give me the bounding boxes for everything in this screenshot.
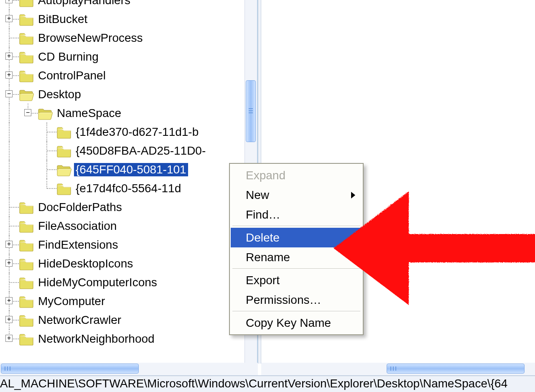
tree-item[interactable]: {645FF040-5081-101 [0,160,242,179]
horizontal-scrollbar-right[interactable] [261,363,535,375]
tree-item[interactable]: {e17d4fc0-5564-11d [0,179,242,198]
horizontal-scroll-thumb[interactable] [387,364,525,374]
expand-toggle[interactable]: + [5,297,13,304]
folder-closed-icon [56,145,71,157]
tree-item-label[interactable]: NetworkCrawler [36,313,123,327]
collapse-toggle[interactable]: − [5,90,13,97]
folder-closed-icon [19,277,34,288]
folder-closed-icon [19,51,34,63]
context-menu-item[interactable]: Find… [231,205,362,224]
context-menu-item[interactable]: Copy Key Name [231,313,362,333]
context-menu-item-label: Expand [246,169,285,182]
folder-closed-icon [19,314,34,326]
tree-item[interactable]: {1f4de370-d627-11d1-b [0,122,242,141]
collapse-toggle[interactable]: − [24,109,31,116]
tree-item-label[interactable]: {e17d4fc0-5564-11d [74,182,183,195]
tree-item-label[interactable]: CD Burning [36,50,100,64]
folder-open-icon [19,89,34,100]
folder-open-icon [38,107,53,119]
tree-item[interactable]: DocFolderPaths [0,198,242,216]
horizontal-scrollbar-left[interactable] [0,363,258,375]
folder-closed-icon [19,70,34,81]
vertical-scroll-thumb[interactable] [246,80,256,142]
tree-item-label[interactable]: ControlPanel [36,69,107,82]
folder-closed-icon [19,239,34,251]
tree-item-label[interactable]: FindExtensions [36,238,120,252]
folder-closed-icon [19,0,34,6]
context-menu-item-label: Copy Key Name [246,316,331,330]
tree-item[interactable]: +NetworkCrawler [0,311,242,329]
tree-item-label[interactable]: HideDesktopIcons [36,257,135,270]
tree-panel: +AutoplayHandlers+BitBucketBrowseNewProc… [0,0,258,364]
context-menu-item-label: Find… [246,208,280,221]
context-menu-item[interactable]: Rename [231,247,362,267]
tree-item[interactable]: +CD Burning [0,47,242,66]
folder-closed-icon [19,295,34,307]
tree-item-label[interactable]: {450D8FBA-AD25-11D0- [74,144,207,158]
status-bar: AL_MACHINE\SOFTWARE\Microsoft\Windows\Cu… [0,375,535,392]
context-menu-item-label: New [246,188,269,202]
folder-closed-icon [19,13,34,25]
expand-toggle[interactable]: + [5,53,13,60]
tree-item-label[interactable]: AutoplayHandlers [36,0,132,7]
tree-item-label[interactable]: {645FF040-5081-101 [74,163,188,176]
folder-closed-icon [19,258,34,270]
tree-item[interactable]: +HideDesktopIcons [0,254,242,273]
expand-toggle[interactable]: + [5,15,13,22]
tree-item-label[interactable]: NameSpace [55,107,123,120]
expand-toggle[interactable]: + [5,260,13,267]
tree-item[interactable]: −NameSpace [0,104,242,122]
folder-closed-icon [19,201,34,213]
folder-closed-icon [19,220,34,232]
registry-tree[interactable]: +AutoplayHandlers+BitBucketBrowseNewProc… [0,0,242,348]
folder-closed-icon [19,333,34,345]
submenu-arrow-icon [351,192,355,199]
context-menu-item[interactable]: Delete [231,228,362,247]
tree-item[interactable]: {450D8FBA-AD25-11D0- [0,141,242,160]
expand-toggle[interactable]: + [5,316,13,323]
tree-item[interactable]: +ControlPanel [0,66,242,85]
context-menu-item: Expand [231,165,362,185]
context-menu-item-label: Delete [246,231,280,244]
context-menu[interactable]: ExpandNewFind…DeleteRenameExportPermissi… [229,163,364,335]
tree-item[interactable]: BrowseNewProcess [0,28,242,47]
folder-closed-icon [56,126,71,138]
expand-toggle[interactable]: + [5,241,13,248]
context-menu-separator [232,226,360,227]
expand-toggle[interactable]: + [5,71,13,79]
tree-item-label[interactable]: DocFolderPaths [36,201,124,214]
tree-item-label[interactable]: MyComputer [36,295,107,308]
tree-item-label[interactable]: FileAssociation [36,219,118,233]
context-menu-separator [232,268,360,269]
context-menu-item[interactable]: Export [231,270,362,290]
tree-item-label[interactable]: BitBucket [36,13,89,26]
context-menu-item-label: Permissions… [246,293,321,307]
horizontal-scroll-thumb[interactable] [1,364,139,374]
tree-item[interactable]: HideMyComputerIcons [0,273,242,292]
tree-item[interactable]: +NetworkNeighborhood [0,329,242,348]
context-menu-item-label: Export [246,274,280,287]
expand-toggle[interactable]: + [5,0,13,3]
tree-item-label[interactable]: BrowseNewProcess [36,31,145,45]
context-menu-item-label: Rename [246,251,290,264]
context-menu-item[interactable]: Permissions… [231,290,362,310]
tree-item[interactable]: +BitBucket [0,10,242,28]
tree-item-label[interactable]: Desktop [36,88,83,101]
folder-open-icon [56,164,71,176]
tree-item[interactable]: FileAssociation [0,216,242,235]
status-path: AL_MACHINE\SOFTWARE\Microsoft\Windows\Cu… [0,377,507,390]
tree-item-label[interactable]: HideMyComputerIcons [36,276,159,289]
folder-closed-icon [19,32,34,44]
tree-item[interactable]: +MyComputer [0,292,242,311]
tree-item[interactable]: +AutoplayHandlers [0,0,242,10]
folder-closed-icon [56,183,71,194]
tree-item[interactable]: −Desktop [0,85,242,104]
context-menu-separator [232,311,360,312]
context-menu-item[interactable]: New [231,185,362,205]
expand-toggle[interactable]: + [5,335,13,342]
tree-item[interactable]: +FindExtensions [0,235,242,254]
tree-item-label[interactable]: {1f4de370-d627-11d1-b [74,125,200,139]
tree-item-label[interactable]: NetworkNeighborhood [36,332,156,346]
